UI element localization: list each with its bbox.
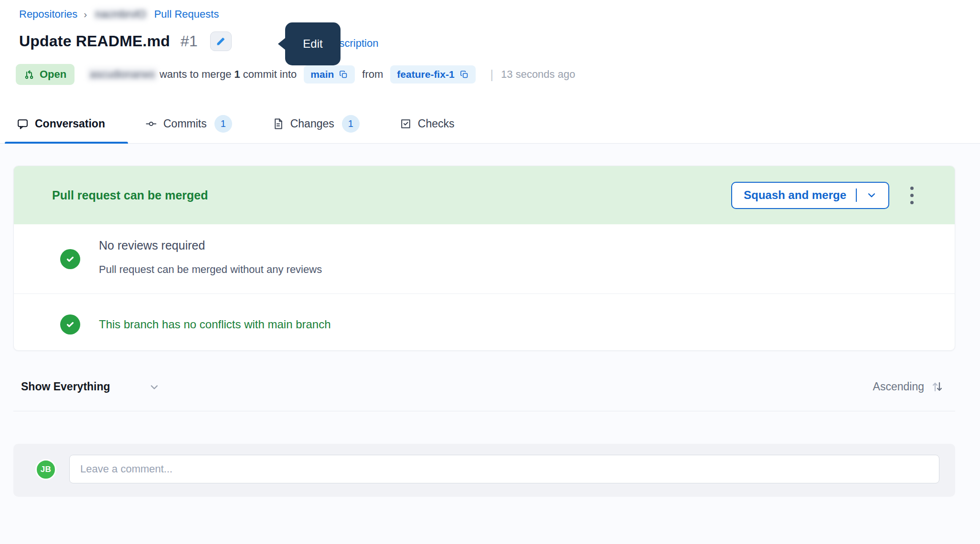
pr-number: #1 bbox=[181, 32, 198, 50]
edit-title-button[interactable] bbox=[210, 31, 232, 51]
merge-actions: Squash and merge bbox=[731, 182, 916, 209]
commit-icon bbox=[145, 118, 157, 130]
timeline-filter-dropdown[interactable]: Show Everything bbox=[21, 380, 160, 393]
changes-count-badge: 1 bbox=[342, 115, 360, 133]
kebab-menu-icon[interactable] bbox=[907, 184, 916, 207]
commits-count-badge: 1 bbox=[214, 115, 232, 133]
title-row: Update README.md #1 bbox=[19, 31, 232, 51]
author-name-redacted[interactable]: ascudionarwo bbox=[87, 67, 158, 82]
git-pull-request-icon bbox=[24, 69, 34, 80]
comment-card: JB bbox=[13, 444, 955, 497]
breadcrumb-repositories-link[interactable]: Repositories bbox=[19, 8, 77, 21]
conversation-panel: Pull request can be merged Squash and me… bbox=[0, 144, 980, 544]
tab-conversation[interactable]: Conversation bbox=[17, 117, 105, 130]
review-check-subtitle: Pull request can be merged without any r… bbox=[99, 263, 322, 276]
status-badge: Open bbox=[16, 64, 75, 85]
timeline-sort-toggle[interactable]: Ascending bbox=[873, 380, 944, 393]
review-check-row: No reviews required Pull request can be … bbox=[14, 224, 955, 293]
breadcrumb-pull-requests-link[interactable]: Pull Requests bbox=[154, 8, 219, 21]
tab-changes[interactable]: Changes 1 bbox=[272, 115, 360, 133]
tab-conversation-label: Conversation bbox=[35, 117, 105, 130]
check-circle-icon bbox=[60, 314, 80, 335]
squash-and-merge-button[interactable]: Squash and merge bbox=[731, 182, 889, 209]
pr-tabbar: Conversation Commits 1 Changes 1 bbox=[0, 104, 980, 144]
pr-status-row: Open ascudionarwo wants to merge 1 commi… bbox=[16, 64, 575, 85]
checklist-icon bbox=[400, 118, 412, 130]
timeline-filter-label: Show Everything bbox=[21, 380, 110, 393]
conversation-icon bbox=[17, 118, 29, 130]
timeline-controls: Show Everything Ascending bbox=[21, 380, 951, 393]
head-branch-label: feature-fix-1 bbox=[397, 69, 454, 80]
tab-checks[interactable]: Checks bbox=[400, 117, 455, 130]
pencil-icon bbox=[216, 36, 226, 46]
merge-status-card: Pull request can be merged Squash and me… bbox=[13, 166, 955, 351]
tab-commits[interactable]: Commits 1 bbox=[145, 115, 232, 133]
page-title: Update README.md bbox=[19, 32, 170, 50]
edit-tooltip: Edit bbox=[285, 22, 341, 65]
base-branch-label: main bbox=[310, 69, 334, 80]
copy-branch-icon[interactable] bbox=[339, 70, 348, 79]
timeline-divider bbox=[13, 411, 955, 411]
base-branch-badge[interactable]: main bbox=[304, 65, 355, 84]
head-branch-badge[interactable]: feature-fix-1 bbox=[390, 65, 475, 84]
breadcrumb-repo-name-redacted[interactable]: nacmbrvlO bbox=[93, 8, 148, 21]
merge-button-divider bbox=[856, 188, 857, 202]
edit-tooltip-label: Edit bbox=[303, 37, 322, 51]
review-check-title: No reviews required bbox=[99, 239, 205, 252]
copy-branch-icon[interactable] bbox=[460, 70, 469, 79]
status-badge-label: Open bbox=[40, 68, 66, 81]
check-circle-icon bbox=[60, 249, 80, 269]
avatar: JB bbox=[35, 459, 56, 480]
time-separator: | bbox=[490, 68, 494, 82]
merge-banner: Pull request can be merged Squash and me… bbox=[14, 166, 955, 224]
tab-checks-label: Checks bbox=[418, 117, 455, 130]
merge-options-chevron-icon[interactable] bbox=[866, 190, 877, 200]
timeline-sort-label: Ascending bbox=[873, 380, 924, 393]
comment-input[interactable] bbox=[69, 455, 939, 483]
tab-commits-label: Commits bbox=[163, 117, 207, 130]
file-diff-icon bbox=[272, 118, 284, 130]
from-label: from bbox=[362, 68, 383, 81]
merge-sentence: wants to merge 1 commit into bbox=[160, 68, 297, 81]
sort-arrows-icon bbox=[931, 380, 944, 393]
chevron-down-icon bbox=[149, 381, 160, 393]
conflict-check-row: This branch has no conflicts with main b… bbox=[14, 294, 955, 350]
commit-count: 1 bbox=[234, 68, 240, 80]
breadcrumb-separator: › bbox=[84, 9, 87, 20]
conflict-check-text: This branch has no conflicts with main b… bbox=[99, 318, 331, 331]
pull-request-page: Repositories › nacmbrvlO Pull Requests U… bbox=[0, 0, 980, 544]
breadcrumb: Repositories › nacmbrvlO Pull Requests bbox=[19, 8, 219, 21]
merge-banner-title: Pull request can be merged bbox=[52, 188, 208, 202]
merge-button-label: Squash and merge bbox=[744, 188, 846, 202]
tab-changes-label: Changes bbox=[290, 117, 334, 130]
created-time: 13 seconds ago bbox=[501, 68, 575, 81]
